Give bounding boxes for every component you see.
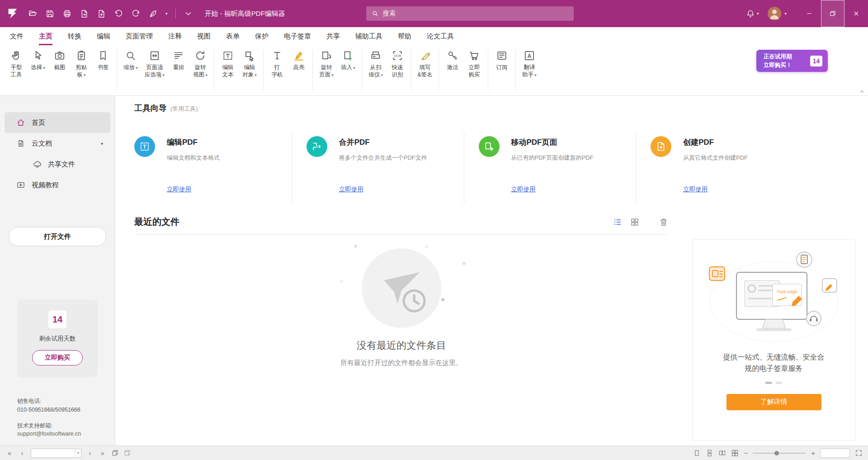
ribbon-cart-button[interactable]: 立即购买 xyxy=(463,48,485,79)
menu-item-7[interactable]: 表单 xyxy=(226,27,240,45)
ribbon-cursor-button[interactable]: 选择▾ xyxy=(27,48,49,71)
chevron-down-icon[interactable]: ▾ xyxy=(75,449,79,457)
ribbon-hand-button[interactable]: 手型工具 xyxy=(5,48,27,79)
ribbon-pagefit-button[interactable]: 页面适应选项▾ xyxy=(142,48,168,79)
prev-view-icon[interactable] xyxy=(111,449,119,457)
sales-label: 销售电话: xyxy=(17,397,81,406)
divider xyxy=(312,50,313,91)
last-page-button[interactable]: » xyxy=(99,449,107,457)
page-number-input[interactable]: ▾ xyxy=(31,449,81,458)
menu-item-8[interactable]: 保护 xyxy=(255,27,269,45)
trash-icon[interactable] xyxy=(659,217,669,227)
use-now-link[interactable]: 立即使用 xyxy=(339,185,363,194)
facing-view-icon[interactable] xyxy=(718,449,726,457)
ribbon-rotateview-button[interactable]: 旋转视图▾ xyxy=(189,48,211,79)
sidebar-item-2[interactable]: 共享文件 xyxy=(5,154,110,175)
use-now-link[interactable]: 立即使用 xyxy=(511,185,536,194)
grid-view-icon[interactable] xyxy=(630,217,640,227)
support-email-link[interactable]: support@foxitsoftware.cn xyxy=(17,430,81,438)
menu-item-0[interactable]: 文件 xyxy=(10,27,24,45)
menu-item-10[interactable]: 共享 xyxy=(326,27,340,45)
ribbon-subscribe-button[interactable]: 订阅 xyxy=(491,48,513,71)
undo-icon[interactable] xyxy=(114,9,123,19)
list-view-icon[interactable] xyxy=(613,217,623,227)
next-page-button[interactable]: › xyxy=(86,449,94,457)
ribbon-translate-button[interactable]: A翻译助手▾ xyxy=(519,48,540,79)
trial-days-remaining: 14 xyxy=(48,310,66,328)
single-page-view-icon[interactable] xyxy=(693,449,701,457)
menu-item-2[interactable]: 转换 xyxy=(68,27,81,45)
print-icon[interactable] xyxy=(62,9,72,19)
close-button[interactable] xyxy=(844,0,868,27)
continuous-facing-view-icon[interactable] xyxy=(731,449,739,457)
translate-icon: A xyxy=(524,50,535,62)
search-input[interactable]: 搜索 xyxy=(366,6,574,21)
menu-item-5[interactable]: 注释 xyxy=(168,27,182,45)
ribbon-scanner-button[interactable]: 从扫描仪▾ xyxy=(365,48,387,79)
account-button[interactable]: ▾ xyxy=(768,7,787,20)
ribbon-typewriter-button[interactable]: 打字机 xyxy=(266,48,288,79)
ribbon-highlight-button[interactable]: 高亮 xyxy=(288,48,310,71)
next-view-icon[interactable] xyxy=(123,449,131,457)
ribbon-clipboard-button[interactable]: 剪贴板▾ xyxy=(71,48,92,79)
zoom-slider[interactable] xyxy=(753,453,806,454)
menu-item-4[interactable]: 页面管理 xyxy=(126,27,153,45)
ribbon-camera-button[interactable]: 截图 xyxy=(49,48,71,71)
ribbon-reflow-button[interactable]: 重排 xyxy=(168,48,189,71)
zoom-in-button[interactable]: + xyxy=(811,450,815,456)
sidebar-item-label: 首页 xyxy=(32,119,45,127)
menu-item-1[interactable]: 主页 xyxy=(39,27,52,45)
rotateview-icon xyxy=(194,50,206,62)
ribbon-insert-button[interactable]: 插入▾ xyxy=(337,48,359,71)
open-file-button[interactable]: 打开文件 xyxy=(9,227,106,246)
fullscreen-icon[interactable] xyxy=(855,449,863,457)
notifications-button[interactable]: ▾ xyxy=(746,9,759,18)
ribbon-rotatepage-button[interactable]: 旋转页面▾ xyxy=(316,48,337,79)
ribbon-zoom-button[interactable]: 缩放▾ xyxy=(120,48,142,71)
carousel-dot[interactable] xyxy=(765,382,772,384)
save-icon[interactable] xyxy=(45,9,55,19)
collapse-icon[interactable] xyxy=(184,9,193,19)
first-page-button[interactable]: « xyxy=(5,449,14,457)
edittext-icon xyxy=(222,50,234,62)
ribbon-fillsign-button[interactable]: 填写&签名 xyxy=(414,48,436,79)
menu-item-6[interactable]: 视图 xyxy=(197,27,211,45)
ribbon-editobject-button[interactable]: 编辑对象▾ xyxy=(239,48,260,79)
learn-more-button[interactable]: 了解详情 xyxy=(726,394,821,410)
sidebar-item-3[interactable]: 视频教程 xyxy=(5,175,110,195)
create-icon[interactable] xyxy=(97,9,106,19)
menu-item-3[interactable]: 编辑 xyxy=(97,27,110,45)
menu-item-13[interactable]: 论文工具 xyxy=(427,27,454,45)
use-now-link[interactable]: 立即使用 xyxy=(167,185,191,194)
zoom-level-input[interactable] xyxy=(820,449,850,458)
svg-text:OCR: OCR xyxy=(394,54,401,57)
ribbon-activate-button[interactable]: 激活 xyxy=(442,48,463,71)
minimize-button[interactable] xyxy=(797,0,821,27)
redo-icon[interactable] xyxy=(131,9,141,19)
export-icon[interactable] xyxy=(80,9,89,19)
signtool-icon[interactable] xyxy=(148,9,158,19)
zoom-slider-knob[interactable] xyxy=(774,451,779,455)
statusbar: « ‹ ▾ › » − + xyxy=(0,446,868,460)
prev-page-button[interactable]: ‹ xyxy=(18,449,26,457)
ribbon-bookmark-button[interactable]: 书签 xyxy=(92,48,114,71)
chevron-down-icon[interactable]: ▾ xyxy=(101,141,103,146)
sidebar-item-1[interactable]: 云文档▾ xyxy=(5,133,110,154)
continuous-view-icon[interactable] xyxy=(706,449,713,457)
use-now-link[interactable]: 立即使用 xyxy=(683,185,708,194)
menu-item-11[interactable]: 辅助工具 xyxy=(355,27,382,45)
buy-now-button[interactable]: 立即购买 xyxy=(32,350,83,365)
zoom-out-button[interactable]: − xyxy=(744,450,748,456)
chevron-down-icon[interactable]: ▾ xyxy=(165,11,168,16)
fillsign-icon xyxy=(419,50,431,62)
collapse-ribbon-icon[interactable] xyxy=(859,88,865,95)
trial-buy-badge[interactable]: 正在试用期 立即购买！ 14 xyxy=(756,50,828,72)
restore-button[interactable] xyxy=(821,0,844,27)
menu-item-9[interactable]: 电子签章 xyxy=(284,27,311,45)
ribbon-ocr-button[interactable]: OCR快速识别 xyxy=(387,48,408,79)
carousel-dot[interactable] xyxy=(775,382,782,384)
open-icon[interactable] xyxy=(28,9,38,19)
menu-item-12[interactable]: 帮助 xyxy=(398,27,411,45)
sidebar-item-0[interactable]: 首页 xyxy=(5,112,110,133)
ribbon-edittext-button[interactable]: 编辑文本 xyxy=(217,48,239,79)
